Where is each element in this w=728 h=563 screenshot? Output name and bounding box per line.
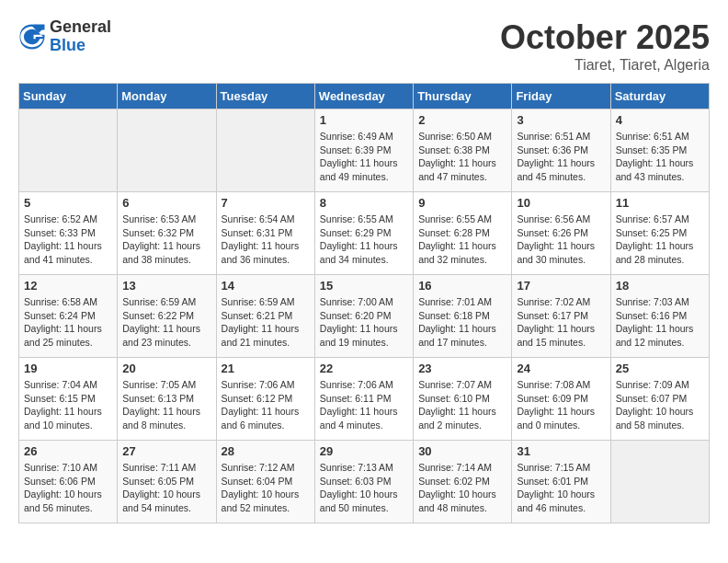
day-number: 24 <box>517 362 605 375</box>
logo: General Blue <box>18 18 111 55</box>
day-info: Sunrise: 7:02 AM Sunset: 6:17 PM Dayligh… <box>517 295 605 350</box>
day-number: 27 <box>122 444 210 458</box>
day-number: 15 <box>320 279 408 293</box>
day-number: 16 <box>418 279 506 293</box>
day-info: Sunrise: 7:03 AM Sunset: 6:16 PM Dayligh… <box>616 295 704 350</box>
day-number: 1 <box>320 113 408 127</box>
calendar-cell <box>216 109 314 192</box>
calendar-cell: 8Sunrise: 6:55 AM Sunset: 6:29 PM Daylig… <box>314 192 413 275</box>
day-number: 6 <box>122 196 210 210</box>
day-number: 13 <box>122 279 210 293</box>
day-info: Sunrise: 6:49 AM Sunset: 6:39 PM Dayligh… <box>320 130 408 184</box>
weekday-header: Sunday <box>19 84 118 109</box>
day-info: Sunrise: 6:51 AM Sunset: 6:36 PM Dayligh… <box>517 130 605 184</box>
day-number: 18 <box>616 279 704 293</box>
day-number: 28 <box>222 444 310 458</box>
day-info: Sunrise: 7:12 AM Sunset: 6:04 PM Dayligh… <box>222 461 310 515</box>
calendar-cell: 7Sunrise: 6:54 AM Sunset: 6:31 PM Daylig… <box>216 192 314 275</box>
day-number: 17 <box>517 279 605 293</box>
day-number: 25 <box>616 362 704 375</box>
day-number: 19 <box>24 362 112 375</box>
calendar-cell: 15Sunrise: 7:00 AM Sunset: 6:20 PM Dayli… <box>314 275 413 358</box>
day-number: 30 <box>418 444 506 458</box>
calendar-cell: 19Sunrise: 7:04 AM Sunset: 6:15 PM Dayli… <box>19 358 118 441</box>
logo-text: General Blue <box>50 18 111 55</box>
calendar-cell: 31Sunrise: 7:15 AM Sunset: 6:01 PM Dayli… <box>512 441 610 523</box>
calendar-cell: 23Sunrise: 7:07 AM Sunset: 6:10 PM Dayli… <box>414 358 512 441</box>
day-info: Sunrise: 6:55 AM Sunset: 6:28 PM Dayligh… <box>418 213 506 267</box>
calendar-cell: 16Sunrise: 7:01 AM Sunset: 6:18 PM Dayli… <box>414 275 512 358</box>
weekday-header-row: SundayMondayTuesdayWednesdayThursdayFrid… <box>19 84 710 109</box>
calendar-cell: 21Sunrise: 7:06 AM Sunset: 6:12 PM Dayli… <box>216 358 314 441</box>
day-number: 10 <box>517 196 605 210</box>
day-info: Sunrise: 7:10 AM Sunset: 6:06 PM Dayligh… <box>24 461 112 515</box>
title-block: October 2025 Tiaret, Tiaret, Algeria <box>500 18 710 74</box>
day-info: Sunrise: 6:59 AM Sunset: 6:22 PM Dayligh… <box>122 295 210 350</box>
logo-blue: Blue <box>50 37 111 55</box>
day-info: Sunrise: 6:56 AM Sunset: 6:26 PM Dayligh… <box>517 213 605 267</box>
day-number: 26 <box>24 444 112 458</box>
calendar-cell <box>118 109 216 192</box>
day-info: Sunrise: 7:05 AM Sunset: 6:13 PM Dayligh… <box>122 378 210 432</box>
day-info: Sunrise: 7:15 AM Sunset: 6:01 PM Dayligh… <box>517 461 605 515</box>
calendar-week-row: 19Sunrise: 7:04 AM Sunset: 6:15 PM Dayli… <box>19 358 710 441</box>
calendar-cell: 28Sunrise: 7:12 AM Sunset: 6:04 PM Dayli… <box>216 441 314 523</box>
calendar-cell: 2Sunrise: 6:50 AM Sunset: 6:38 PM Daylig… <box>414 109 512 192</box>
day-number: 23 <box>418 362 506 375</box>
day-info: Sunrise: 6:53 AM Sunset: 6:32 PM Dayligh… <box>122 213 210 267</box>
calendar-cell: 9Sunrise: 6:55 AM Sunset: 6:28 PM Daylig… <box>414 192 512 275</box>
day-number: 20 <box>122 362 210 375</box>
day-info: Sunrise: 6:52 AM Sunset: 6:33 PM Dayligh… <box>24 213 112 267</box>
day-number: 29 <box>320 444 408 458</box>
day-info: Sunrise: 7:08 AM Sunset: 6:09 PM Dayligh… <box>517 378 605 432</box>
day-number: 9 <box>418 196 506 210</box>
day-info: Sunrise: 6:57 AM Sunset: 6:25 PM Dayligh… <box>616 213 704 267</box>
day-info: Sunrise: 7:09 AM Sunset: 6:07 PM Dayligh… <box>616 378 704 432</box>
calendar-cell: 26Sunrise: 7:10 AM Sunset: 6:06 PM Dayli… <box>19 441 118 523</box>
day-info: Sunrise: 6:55 AM Sunset: 6:29 PM Dayligh… <box>320 213 408 267</box>
logo-general: General <box>50 18 111 37</box>
weekday-header: Thursday <box>414 84 512 109</box>
calendar-cell <box>19 109 118 192</box>
calendar-cell: 24Sunrise: 7:08 AM Sunset: 6:09 PM Dayli… <box>512 358 610 441</box>
calendar-cell: 6Sunrise: 6:53 AM Sunset: 6:32 PM Daylig… <box>118 192 216 275</box>
calendar-cell: 4Sunrise: 6:51 AM Sunset: 6:35 PM Daylig… <box>610 109 709 192</box>
calendar-cell: 1Sunrise: 6:49 AM Sunset: 6:39 PM Daylig… <box>314 109 413 192</box>
calendar-week-row: 1Sunrise: 6:49 AM Sunset: 6:39 PM Daylig… <box>19 109 710 192</box>
calendar-cell: 17Sunrise: 7:02 AM Sunset: 6:17 PM Dayli… <box>512 275 610 358</box>
calendar-cell: 30Sunrise: 7:14 AM Sunset: 6:02 PM Dayli… <box>414 441 512 523</box>
weekday-header: Tuesday <box>216 84 314 109</box>
day-number: 21 <box>222 362 310 375</box>
day-number: 4 <box>616 113 704 127</box>
calendar-cell: 25Sunrise: 7:09 AM Sunset: 6:07 PM Dayli… <box>610 358 709 441</box>
day-info: Sunrise: 6:58 AM Sunset: 6:24 PM Dayligh… <box>24 295 112 350</box>
calendar-table: SundayMondayTuesdayWednesdayThursdayFrid… <box>18 83 710 523</box>
day-number: 7 <box>222 196 310 210</box>
calendar-cell: 14Sunrise: 6:59 AM Sunset: 6:21 PM Dayli… <box>216 275 314 358</box>
day-number: 2 <box>418 113 506 127</box>
calendar-cell: 5Sunrise: 6:52 AM Sunset: 6:33 PM Daylig… <box>19 192 118 275</box>
calendar-cell: 27Sunrise: 7:11 AM Sunset: 6:05 PM Dayli… <box>118 441 216 523</box>
calendar-cell: 22Sunrise: 7:06 AM Sunset: 6:11 PM Dayli… <box>314 358 413 441</box>
day-info: Sunrise: 7:06 AM Sunset: 6:12 PM Dayligh… <box>222 378 310 432</box>
day-number: 3 <box>517 113 605 127</box>
calendar-cell <box>610 441 709 523</box>
weekday-header: Saturday <box>610 84 709 109</box>
calendar-cell: 11Sunrise: 6:57 AM Sunset: 6:25 PM Dayli… <box>610 192 709 275</box>
calendar-cell: 12Sunrise: 6:58 AM Sunset: 6:24 PM Dayli… <box>19 275 118 358</box>
month-title: October 2025 <box>500 18 710 57</box>
calendar-week-row: 5Sunrise: 6:52 AM Sunset: 6:33 PM Daylig… <box>19 192 710 275</box>
day-info: Sunrise: 7:00 AM Sunset: 6:20 PM Dayligh… <box>320 295 408 350</box>
day-info: Sunrise: 7:06 AM Sunset: 6:11 PM Dayligh… <box>320 378 408 432</box>
day-info: Sunrise: 7:14 AM Sunset: 6:02 PM Dayligh… <box>418 461 506 515</box>
calendar-week-row: 12Sunrise: 6:58 AM Sunset: 6:24 PM Dayli… <box>19 275 710 358</box>
weekday-header: Friday <box>512 84 610 109</box>
day-info: Sunrise: 6:54 AM Sunset: 6:31 PM Dayligh… <box>222 213 310 267</box>
calendar-week-row: 26Sunrise: 7:10 AM Sunset: 6:06 PM Dayli… <box>19 441 710 523</box>
day-number: 11 <box>616 196 704 210</box>
calendar-cell: 29Sunrise: 7:13 AM Sunset: 6:03 PM Dayli… <box>314 441 413 523</box>
day-number: 14 <box>222 279 310 293</box>
day-info: Sunrise: 6:50 AM Sunset: 6:38 PM Dayligh… <box>418 130 506 184</box>
day-info: Sunrise: 7:13 AM Sunset: 6:03 PM Dayligh… <box>320 461 408 515</box>
calendar-cell: 18Sunrise: 7:03 AM Sunset: 6:16 PM Dayli… <box>610 275 709 358</box>
